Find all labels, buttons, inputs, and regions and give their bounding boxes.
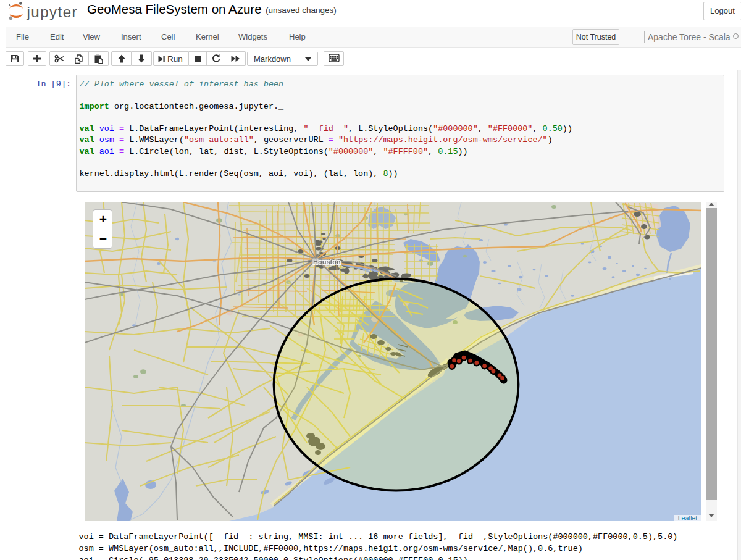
svg-text:jupyter: jupyter	[27, 4, 78, 20]
svg-text:Run: Run	[167, 54, 183, 64]
